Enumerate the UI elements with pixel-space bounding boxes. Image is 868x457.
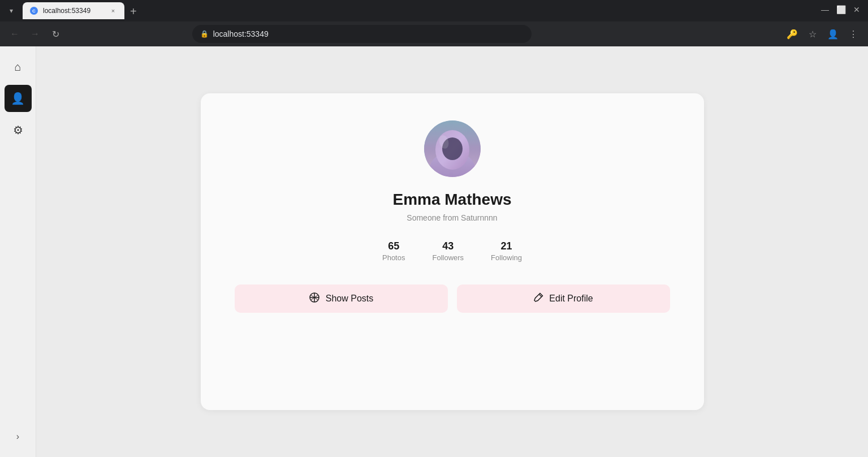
stats-row: 65 Photos 43 Followers 21 Following <box>382 240 522 262</box>
address-field[interactable]: 🔒 localhost:53349 <box>192 25 532 43</box>
active-tab[interactable]: C localhost:53349 × <box>23 2 124 19</box>
edit-profile-label: Edit Profile <box>549 294 593 304</box>
chevron-right-icon: › <box>16 432 19 442</box>
pencil-icon <box>533 292 543 305</box>
photos-count: 65 <box>388 240 399 252</box>
lock-icon: 🔒 <box>200 30 209 38</box>
sidebar-item-profile[interactable]: 👤 <box>5 85 32 112</box>
following-label: Following <box>491 253 522 262</box>
stat-followers: 43 Followers <box>432 240 464 262</box>
menu-icon[interactable]: ⋮ <box>845 26 861 42</box>
sidebar-item-home[interactable]: ⌂ <box>5 53 32 80</box>
close-window-button[interactable]: ✕ <box>850 3 863 16</box>
stat-photos: 65 Photos <box>382 240 405 262</box>
buttons-row: Show Posts Edit Profile <box>235 284 670 313</box>
tab-favicon: C <box>29 6 38 15</box>
home-icon: ⌂ <box>14 61 21 74</box>
photos-label: Photos <box>382 253 405 262</box>
followers-count: 43 <box>442 240 454 252</box>
show-posts-label: Show Posts <box>326 294 373 304</box>
sidebar-expand-button[interactable]: › <box>5 423 32 450</box>
main-content: Emma Mathews Someone from Saturnnnn 65 P… <box>36 46 868 457</box>
address-bar: ← → ↻ 🔒 localhost:53349 🔑 ☆ 👤 ⋮ <box>0 21 868 46</box>
profile-card: Emma Mathews Someone from Saturnnnn 65 P… <box>201 93 704 410</box>
window-action-controls: — ⬜ ✕ <box>818 3 863 16</box>
avatar-image <box>424 120 481 177</box>
refresh-button[interactable]: ↻ <box>47 26 63 42</box>
profile-icon-sidebar: 👤 <box>11 92 25 105</box>
sidebar: ⌂ 👤 ⚙ › <box>0 46 36 457</box>
svg-rect-7 <box>424 120 481 177</box>
browser-titlebar: ▾ C localhost:53349 × + — ⬜ ✕ <box>0 0 868 21</box>
minimize-button[interactable]: — <box>818 3 832 16</box>
tab-title: localhost:53349 <box>43 7 90 15</box>
password-manager-icon[interactable]: 🔑 <box>784 26 800 42</box>
profile-name: Emma Mathews <box>392 191 511 209</box>
tab-controls: — ⬜ ✕ <box>818 3 863 19</box>
tab-close-button[interactable]: × <box>109 6 118 15</box>
settings-icon: ⚙ <box>13 123 23 137</box>
favicon-circle: C <box>30 7 38 15</box>
tab-dropdown-button[interactable]: ▾ <box>5 4 18 18</box>
address-text: localhost:53349 <box>213 29 269 38</box>
back-button[interactable]: ← <box>7 26 23 42</box>
maximize-button[interactable]: ⬜ <box>834 3 848 16</box>
followers-label: Followers <box>432 253 464 262</box>
tab-group: C localhost:53349 × + <box>23 2 141 19</box>
new-tab-button[interactable]: + <box>126 3 141 19</box>
following-count: 21 <box>501 240 512 252</box>
edit-profile-button[interactable]: Edit Profile <box>457 284 670 313</box>
avatar <box>424 120 481 177</box>
address-bar-inner: ← → ↻ 🔒 localhost:53349 🔑 ☆ 👤 ⋮ <box>7 25 861 43</box>
profile-icon[interactable]: 👤 <box>825 26 841 42</box>
show-posts-button[interactable]: Show Posts <box>235 284 448 313</box>
address-icons: 🔑 ☆ 👤 ⋮ <box>784 26 861 42</box>
app-layout: ⌂ 👤 ⚙ › <box>0 46 868 457</box>
sidebar-item-settings[interactable]: ⚙ <box>5 117 32 144</box>
forward-button[interactable]: → <box>27 26 43 42</box>
stat-following: 21 Following <box>491 240 522 262</box>
sidebar-bottom: › <box>5 423 32 450</box>
profile-bio: Someone from Saturnnnn <box>407 213 497 222</box>
camera-icon <box>309 292 320 306</box>
bookmark-icon[interactable]: ☆ <box>805 26 821 42</box>
window-controls: ▾ <box>5 4 18 18</box>
